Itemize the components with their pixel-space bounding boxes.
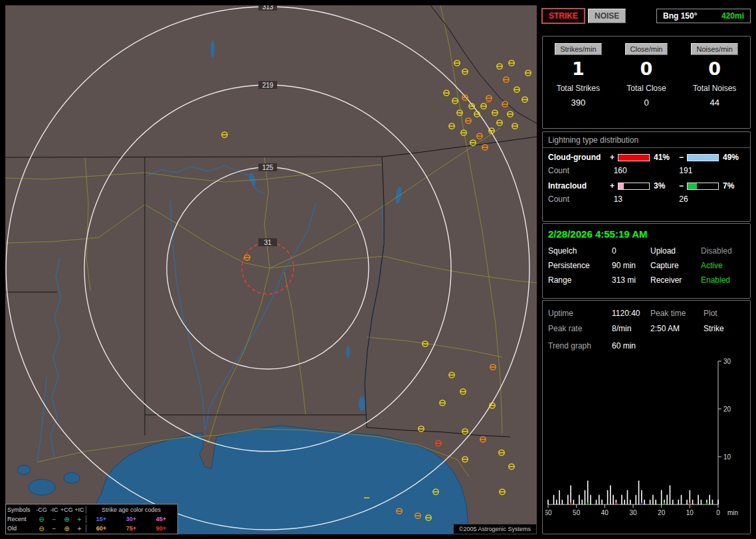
cloud-ground-label: Cloud-ground — [548, 153, 607, 162]
plus-icon: + — [73, 525, 86, 532]
total-noises-value: 44 — [709, 98, 719, 108]
legend-symbols-header: Symbols — [7, 506, 35, 513]
svg-text:60: 60 — [545, 509, 552, 516]
bearing-display: Bng 150° 420mi — [656, 9, 751, 23]
receiver-status: Enabled — [701, 275, 745, 285]
age-code: 90+ — [146, 525, 176, 532]
capture-status: Active — [701, 261, 745, 270]
svg-text:min: min — [727, 509, 738, 516]
rates-panel: Strikes/min 1 Total Strikes 390 Close/mi… — [542, 36, 751, 129]
circled-minus-icon: ⊖ — [35, 516, 48, 523]
age-code: 60+ — [86, 525, 116, 532]
svg-text:50: 50 — [573, 509, 581, 516]
close-per-min-column: Close/min 0 Total Close 0 — [613, 43, 681, 108]
svg-text:0: 0 — [716, 509, 720, 516]
svg-text:10: 10 — [723, 453, 731, 461]
noises-per-min-value: 0 — [708, 58, 721, 79]
copyright-text: ©2005 Astrogenic Systems — [453, 524, 537, 534]
cg-negative-bar — [687, 154, 719, 161]
noise-button[interactable]: NOISE — [588, 9, 626, 23]
range-value: 313 mi — [612, 275, 650, 285]
strike-button[interactable]: STRIKE — [542, 9, 585, 23]
circled-minus-icon: ⊖ — [35, 525, 48, 532]
mode-toolbar: STRIKE NOISE Bng 150° 420mi — [542, 8, 751, 24]
plus-sign: + — [609, 153, 615, 162]
bearing-distance: 420mi — [721, 11, 744, 21]
svg-text:30: 30 — [723, 358, 731, 365]
svg-text:31: 31 — [264, 239, 272, 246]
svg-text:40: 40 — [601, 509, 609, 516]
trend-graph-row: Trend graph 60 min — [543, 335, 750, 350]
uptime-grid: Uptime 1120:40 Peak time Plot Peak rate … — [543, 301, 750, 335]
strikes-per-min-label: Strikes/min — [555, 43, 601, 55]
cg-negative-pct: 49% — [721, 153, 745, 162]
sidebar: STRIKE NOISE Bng 150° 420mi Strikes/min … — [542, 5, 752, 534]
strikes-per-min-value: 1 — [572, 58, 585, 79]
distribution-title: Lightning type distribution — [543, 132, 750, 148]
legend-col-pic: +IC — [73, 506, 86, 513]
svg-text:125: 125 — [262, 164, 274, 171]
ic-positive-bar — [618, 183, 650, 190]
ic-positive-count: 13 — [614, 194, 680, 204]
cloud-ground-row: Cloud-ground + 41% − 49% — [543, 148, 750, 163]
receiver-label: Receiver — [650, 275, 701, 285]
distribution-panel: Lightning type distribution Cloud-ground… — [542, 131, 751, 222]
total-strikes-label: Total Strikes — [557, 84, 600, 93]
strike-map[interactable]: 31125219313 Symbols -CG -IC +CG +IC Stri… — [5, 5, 537, 534]
ic-positive-pct: 3% — [652, 181, 676, 191]
minus-sign: − — [678, 153, 684, 162]
uptime-label: Uptime — [548, 309, 612, 318]
datetime-display: 2/28/2026 4:55:19 AM — [543, 224, 750, 245]
map-legend: Symbols -CG -IC +CG +IC Strike age color… — [5, 504, 178, 534]
noises-per-min-column: Noises/min 0 Total Noises 44 — [680, 43, 749, 108]
status-panel: 2/28/2026 4:55:19 AM Squelch 0 Upload Di… — [542, 223, 751, 299]
settings-grid: Squelch 0 Upload Disabled Persistence 90… — [543, 245, 750, 286]
minus-icon: − — [48, 525, 60, 532]
legend-old-label: Old — [7, 525, 35, 532]
ic-negative-bar — [687, 183, 719, 190]
noises-per-min-label: Noises/min — [691, 43, 737, 55]
minus-icon: − — [48, 516, 60, 523]
ic-negative-count: 26 — [679, 194, 745, 204]
ic-negative-pct: 7% — [721, 181, 745, 191]
trend-graph-label: Trend graph — [548, 341, 612, 350]
age-code: 15+ — [86, 516, 116, 522]
count-label: Count — [548, 194, 614, 204]
cg-negative-count: 191 — [679, 166, 745, 175]
legend-recent-label: Recent — [7, 516, 35, 522]
uptime-value: 1120:40 — [612, 309, 650, 318]
legend-recent-row: Recent ⊖ − ⊕ + 15+ 30+ 45+ — [7, 514, 176, 524]
total-close-label: Total Close — [626, 84, 666, 93]
legend-col-nic: -IC — [48, 506, 60, 513]
cg-positive-count: 160 — [614, 166, 680, 175]
svg-text:30: 30 — [629, 509, 637, 516]
bearing-value: Bng 150° — [663, 11, 697, 21]
svg-text:313: 313 — [262, 5, 274, 11]
svg-text:20: 20 — [658, 509, 666, 516]
age-code: 75+ — [116, 525, 146, 532]
peak-time-label: Peak time — [650, 309, 704, 318]
upload-status: Disabled — [701, 246, 745, 256]
trend-panel: Uptime 1120:40 Peak time Plot Peak rate … — [542, 300, 751, 534]
squelch-label: Squelch — [548, 246, 612, 256]
trend-graph-window: 60 min — [612, 341, 745, 350]
total-close-value: 0 — [644, 98, 648, 108]
plus-sign: + — [609, 181, 615, 191]
age-code: 30+ — [116, 516, 146, 522]
svg-text:10: 10 — [686, 509, 694, 516]
cloud-ground-count-row: Count 160 191 — [543, 163, 750, 177]
strikes-per-min-column: Strikes/min 1 Total Strikes 390 — [544, 43, 613, 108]
total-noises-label: Total Noises — [693, 84, 736, 93]
close-per-min-value: 0 — [640, 58, 653, 79]
plus-icon: + — [73, 516, 86, 523]
persistence-label: Persistence — [548, 261, 612, 270]
upload-label: Upload — [650, 246, 701, 256]
cg-positive-bar — [618, 154, 650, 161]
squelch-value: 0 — [612, 246, 650, 256]
plot-label: Plot — [704, 309, 745, 318]
legend-age-header: Strike age color codes — [86, 506, 176, 514]
minus-sign: − — [678, 181, 684, 191]
svg-text:219: 219 — [262, 82, 274, 89]
peak-rate-label: Peak rate — [548, 324, 612, 333]
intracloud-label: Intracloud — [548, 181, 607, 191]
